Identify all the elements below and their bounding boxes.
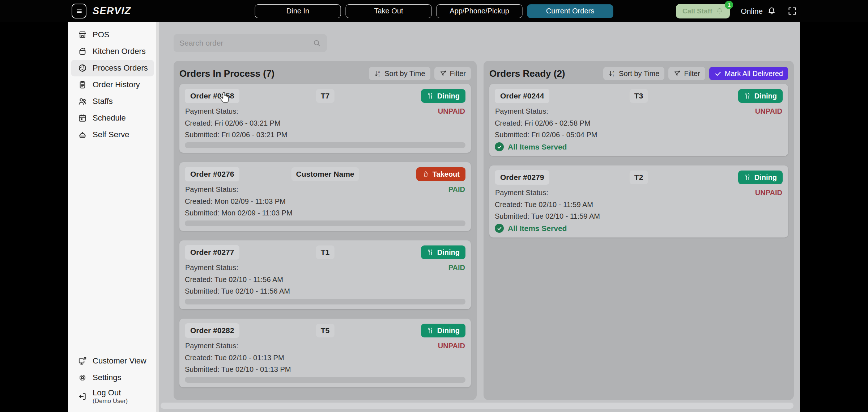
bell-icon <box>716 7 723 15</box>
submitted-time: Submitted: Fri 02/06 - 05:04 PM <box>495 131 783 139</box>
sort-by-time-button[interactable]: 0 1 Sort by Time <box>603 67 664 80</box>
order-id: Order #0258 <box>190 92 234 100</box>
svg-text:0: 0 <box>613 70 614 73</box>
order-card[interactable]: Order #0277 T1 Dining Payment Status: PA… <box>179 240 471 309</box>
progress-bar <box>185 377 465 383</box>
order-id-chip[interactable]: Order #0244 <box>495 89 549 103</box>
tab-take-out[interactable]: Take Out <box>346 4 432 18</box>
filter-funnel-icon <box>673 70 681 77</box>
sidebar: POS Kitchen Orders Process Orders O <box>68 22 159 412</box>
order-id-chip[interactable]: Order #0258 <box>185 89 239 103</box>
check-circle-icon <box>495 142 504 151</box>
hamburger-icon <box>75 7 84 16</box>
storefront-icon <box>78 30 87 39</box>
fullscreen-icon[interactable] <box>787 6 797 16</box>
created-time: Created: Tue 02/10 - 11:59 AM <box>495 201 783 209</box>
sidebar-item-schedule[interactable]: Schedule <box>71 110 154 126</box>
payment-status-value: PAID <box>448 264 465 272</box>
dining-cutlery-icon <box>744 92 751 100</box>
sidebar-item-label: Process Orders <box>93 63 148 73</box>
topbar: SERVIZ Dine In Take Out App/Phone/Pickup… <box>0 0 868 22</box>
progress-bar <box>185 142 465 148</box>
sidebar-item-pos[interactable]: POS <box>71 26 154 43</box>
filter-button[interactable]: Filter <box>434 67 471 80</box>
check-circle-icon <box>495 224 504 233</box>
all-items-served: All Items Served <box>495 224 783 233</box>
check-icon <box>714 70 722 77</box>
order-type-badge: Takeout <box>416 167 465 181</box>
orders-in-process-title: Orders In Process (7) <box>179 68 369 79</box>
payment-status-label: Payment Status: <box>495 107 548 115</box>
sidebar-item-label: Kitchen Orders <box>93 47 146 56</box>
dining-cutlery-icon <box>427 327 434 334</box>
svg-text:0: 0 <box>378 70 380 73</box>
payment-status-label: Payment Status: <box>185 107 238 115</box>
dining-cutlery-icon <box>427 249 434 256</box>
sidebar-scrollbar[interactable] <box>156 22 159 412</box>
sidebar-item-label: Order History <box>93 80 140 89</box>
sidebar-item-settings[interactable]: Settings <box>71 369 154 386</box>
call-staff-button[interactable]: Call Staff 1 <box>676 4 730 18</box>
progress-bar <box>185 220 465 226</box>
created-time: Created: Fri 02/06 - 02:58 PM <box>495 119 783 127</box>
mark-all-delivered-button[interactable]: Mark All Delivered <box>709 67 788 80</box>
sidebar-item-staffs[interactable]: Staffs <box>71 93 154 110</box>
sidebar-item-customer-view[interactable]: Customer View <box>71 353 154 369</box>
order-id-chip[interactable]: Order #0282 <box>185 323 239 338</box>
order-id-chip[interactable]: Order #0277 <box>185 245 239 260</box>
svg-text:1: 1 <box>613 73 614 77</box>
sort-by-time-button[interactable]: 0 1 Sort by Time <box>369 67 430 80</box>
sidebar-item-kitchen-orders[interactable]: Kitchen Orders <box>71 43 154 60</box>
call-staff-label: Call Staff <box>682 7 712 15</box>
payment-status-label: Payment Status: <box>185 185 238 193</box>
order-type-badge: Dining <box>421 89 465 103</box>
payment-status-label: Payment Status: <box>185 342 238 350</box>
gear-icon <box>78 373 87 382</box>
order-card[interactable]: Order #0244 T3 Dining Payment Status: UN… <box>489 84 788 156</box>
created-time: Created: Fri 02/06 - 03:21 PM <box>185 119 465 127</box>
main-content: Orders In Process (7) 0 1 Sort by Time <box>159 22 800 412</box>
sidebar-item-log-out[interactable]: Log Out (Demo User) <box>71 386 154 407</box>
progress-bar <box>185 299 465 304</box>
menu-button[interactable] <box>72 4 86 18</box>
tab-dine-in[interactable]: Dine In <box>255 4 341 18</box>
notifications-bell-icon[interactable] <box>767 6 776 16</box>
logout-user: (Demo User) <box>93 398 128 405</box>
search-input[interactable] <box>179 39 312 47</box>
order-id-chip[interactable]: Order #0276 <box>185 167 239 181</box>
submitted-time: Submitted: Fri 02/06 - 03:21 PM <box>185 131 465 139</box>
order-type-badge: Dining <box>421 245 465 259</box>
tab-app-phone-pickup[interactable]: App/Phone/Pickup <box>437 4 523 18</box>
search-box[interactable] <box>174 34 327 52</box>
order-id: Order #0282 <box>190 326 234 335</box>
order-card[interactable]: Order #0282 T5 Dining Payment Status: UN… <box>179 319 471 387</box>
order-id-chip[interactable]: Order #0279 <box>495 170 549 185</box>
brand-logo: SERVIZ <box>93 5 131 17</box>
sidebar-item-label: Staffs <box>93 97 113 106</box>
payment-status-value: UNPAID <box>438 342 465 350</box>
order-card[interactable]: Order #0258 T7 Dining Payment Status: UN… <box>179 84 471 153</box>
sidebar-item-label: Schedule <box>93 113 126 123</box>
table-chip: T2 <box>630 171 648 184</box>
submitted-time: Submitted: Tue 02/10 - 11:56 AM <box>185 287 465 295</box>
order-card[interactable]: Order #0276 Customer Name Takeout Paymen… <box>179 162 471 231</box>
order-card[interactable]: Order #0279 T2 Dining Payment Status: UN… <box>489 165 788 237</box>
sidebar-item-label: Self Serve <box>93 130 129 139</box>
cooking-pot-icon <box>78 47 87 56</box>
sort-numeric-icon: 0 1 <box>608 70 616 77</box>
sidebar-item-order-history[interactable]: Order History <box>71 76 154 93</box>
notification-badge: 1 <box>725 1 733 9</box>
sidebar-item-process-orders[interactable]: Process Orders <box>71 60 154 76</box>
process-shutter-icon <box>78 63 87 73</box>
sidebar-item-label: Settings <box>93 373 122 382</box>
created-time: Created: Tue 02/10 - 01:13 PM <box>185 354 465 362</box>
online-status: Online <box>741 7 763 16</box>
all-items-served: All Items Served <box>495 142 783 151</box>
tab-current-orders[interactable]: Current Orders <box>527 4 613 18</box>
filter-button[interactable]: Filter <box>668 67 705 80</box>
sidebar-item-self-serve[interactable]: Self Serve <box>71 126 154 143</box>
table-chip: T3 <box>630 89 648 103</box>
created-time: Created: Tue 02/10 - 11:56 AM <box>185 276 465 283</box>
horizontal-scrollbar[interactable] <box>161 403 793 409</box>
app-screen: SERVIZ Dine In Take Out App/Phone/Pickup… <box>0 0 868 412</box>
